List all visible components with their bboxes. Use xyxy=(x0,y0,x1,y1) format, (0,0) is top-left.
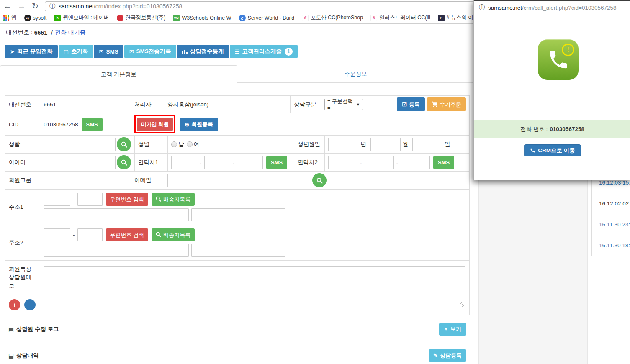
view-log-button[interactable]: ▼ 보기 xyxy=(439,323,466,336)
consult-register-button[interactable]: ✎ 상담등록 xyxy=(429,349,466,362)
goto-crm-button[interactable]: CRM으로 이동 xyxy=(524,144,581,156)
address1-main-input[interactable] xyxy=(44,208,189,221)
birth-day-input[interactable] xyxy=(412,138,442,151)
url-domain: samsamo.net xyxy=(59,3,94,10)
sms-history-button[interactable]: ✉ SMS전송기록 xyxy=(124,45,176,58)
popup-url-domain: samsamo.net xyxy=(488,5,522,11)
call-history-row[interactable]: 16.11.30 23:2 xyxy=(591,214,630,235)
refresh-icon[interactable]: ↻ xyxy=(32,2,39,10)
consult-type-label: 상담구분 xyxy=(290,96,321,113)
phone-icon xyxy=(530,148,535,153)
page-info-icon[interactable]: ⓘ xyxy=(479,4,485,11)
forward-icon[interactable]: → xyxy=(18,2,26,10)
address2-detail-input[interactable] xyxy=(191,244,285,257)
schedule-count-badge: 1 xyxy=(285,48,293,56)
address2-zip1-input[interactable] xyxy=(44,228,70,241)
consult-history-section: ▤ 상담내역 ✎ 상담등록 xyxy=(5,347,470,364)
extension-number: 6661 xyxy=(34,29,47,36)
photoshop-favicon-icon: fi xyxy=(302,15,309,21)
user-id-label: 아이디 xyxy=(5,154,40,171)
member-note-textarea[interactable] xyxy=(44,266,465,308)
mail-icon: ✉ xyxy=(99,49,103,55)
picp-favicon-icon: P xyxy=(438,15,445,21)
address2-delivery-list-button[interactable]: 배송지목록 xyxy=(152,228,195,241)
bookmark-apps[interactable]: 앱 xyxy=(3,14,17,21)
consult-type-select[interactable]: = 구분선택 = ▼ xyxy=(324,99,363,110)
recent-calls-button[interactable]: ➤ 최근 유입전화 xyxy=(5,45,58,58)
nonmember-status-button[interactable]: 미가입 회원 xyxy=(137,118,173,131)
address2-main-input[interactable] xyxy=(44,244,189,257)
page-info-icon[interactable]: ⓘ xyxy=(49,3,55,10)
email-search-button[interactable] xyxy=(312,173,327,187)
contact2-part2-input[interactable] xyxy=(365,156,394,169)
cid-sms-button[interactable]: SMS xyxy=(82,118,103,131)
extension-label: 내선번호 : xyxy=(6,29,33,36)
bookmark-w3schools[interactable]: w3 W3Schools Online W xyxy=(173,15,231,21)
tab-customer-info[interactable]: 고객 기본정보 xyxy=(0,65,237,83)
w3schools-favicon-icon: w3 xyxy=(173,15,180,21)
call-history-row[interactable]: 16.11.30 18:1 xyxy=(591,235,630,256)
bookmark-label: 일러스트레이터 CC(ill xyxy=(379,14,430,21)
popup-address-bar[interactable]: ⓘ samsamo.net /crm/call_alert.php?cid=01… xyxy=(474,1,630,14)
address1-zip1-input[interactable] xyxy=(44,193,70,206)
bookmark-photoshop[interactable]: fi 포토샵 CC(PhotoShop xyxy=(302,14,363,21)
name-input[interactable] xyxy=(44,138,116,151)
gender-female-radio[interactable] xyxy=(187,141,193,147)
annotation-red-box: 미가입 회원 xyxy=(134,115,175,133)
bookmark-serverworld[interactable]: e Server World - Build xyxy=(239,15,295,21)
call-history-row[interactable]: 16.12.02 02:3 xyxy=(591,193,630,214)
bookmark-webnmobile[interactable]: b 웹앤모바일 : 네이버 xyxy=(54,14,109,21)
birth-year-input[interactable] xyxy=(328,138,358,151)
cart-icon xyxy=(432,101,437,108)
user-id-search-button[interactable] xyxy=(117,155,131,169)
row-group-email: 회원그룹 이메일 xyxy=(5,171,469,189)
register-button[interactable]: ☑ 등록 xyxy=(397,97,425,111)
user-id-input[interactable] xyxy=(44,156,116,169)
address1-zip-search-button[interactable]: 우편번호 검색 xyxy=(106,193,149,206)
gender-male-radio[interactable] xyxy=(171,141,177,147)
contact2-part1-input[interactable] xyxy=(328,156,357,169)
contact1-part1-input[interactable] xyxy=(171,156,197,169)
sms-button[interactable]: ✉ SMS xyxy=(94,45,123,58)
back-icon[interactable]: ← xyxy=(3,2,11,10)
address1-delivery-list-button[interactable]: 배송지목록 xyxy=(152,193,195,206)
illustrator-favicon-icon: fi xyxy=(370,15,377,21)
contact1-part3-input[interactable] xyxy=(237,156,263,169)
birth-month-input[interactable] xyxy=(370,138,401,151)
caret-down-icon: ▼ xyxy=(444,327,448,331)
pencil-icon: ✎ xyxy=(433,352,438,359)
bookmark-label: Server World - Build xyxy=(248,15,295,21)
birth-label: 생년월일 xyxy=(294,136,324,153)
row-address2: 주소2 - 우편번호 검색 배송지목록 xyxy=(5,225,469,260)
handler-value: 양지홍삼(jelson) xyxy=(164,96,290,113)
tab-order-info[interactable]: 주문정보 xyxy=(237,65,474,83)
bookmark-sysoft[interactable]: Sy sysoft xyxy=(24,15,47,21)
contact1-sms-button[interactable]: SMS xyxy=(266,156,287,169)
member-group-label: 회원그룹 xyxy=(5,172,40,189)
address2-zip-search-button[interactable]: 우편번호 검색 xyxy=(106,228,149,241)
manual-order-button[interactable]: 수기주문 xyxy=(427,97,466,111)
email-input[interactable] xyxy=(167,174,311,187)
address1-zip2-input[interactable] xyxy=(77,193,103,206)
contact2-sms-button[interactable]: SMS xyxy=(433,156,454,169)
popup-content: ! 전화 번호 : 01030567258 CRM으로 이동 xyxy=(474,14,630,179)
bookmark-kicc[interactable]: 한국정보통신(주) xyxy=(117,14,166,21)
customer-schedule-button[interactable]: ☰ 고객관리스케줄 1 xyxy=(230,45,298,58)
address2-zip2-input[interactable] xyxy=(77,228,103,241)
remove-note-button[interactable]: − xyxy=(24,299,36,310)
name-search-button[interactable] xyxy=(117,137,131,151)
caller-number-bar: 전화 번호 : 01030567258 xyxy=(474,120,630,138)
reset-button[interactable]: ▢ 초기화 xyxy=(59,45,93,58)
address1-detail-input[interactable] xyxy=(191,208,285,221)
contact1-part2-input[interactable] xyxy=(204,156,230,169)
list-icon: ☰ xyxy=(235,49,240,55)
resize-grip[interactable] xyxy=(460,302,464,307)
row-name-gender-birth: 성함 성별 남 여 생년월일 년 xyxy=(5,135,469,153)
add-note-button[interactable]: + xyxy=(9,299,20,310)
member-register-button[interactable]: ⊕ 회원등록 xyxy=(180,118,218,131)
phone-number-value: 01030567258 xyxy=(550,126,584,132)
call-status-link[interactable]: 전화 대기중 xyxy=(55,29,86,36)
consult-stats-button[interactable]: 상담접수통계 xyxy=(177,45,229,58)
contact2-part3-input[interactable] xyxy=(401,156,430,169)
bookmark-illustrator[interactable]: fi 일러스트레이터 CC(ill xyxy=(370,14,430,21)
